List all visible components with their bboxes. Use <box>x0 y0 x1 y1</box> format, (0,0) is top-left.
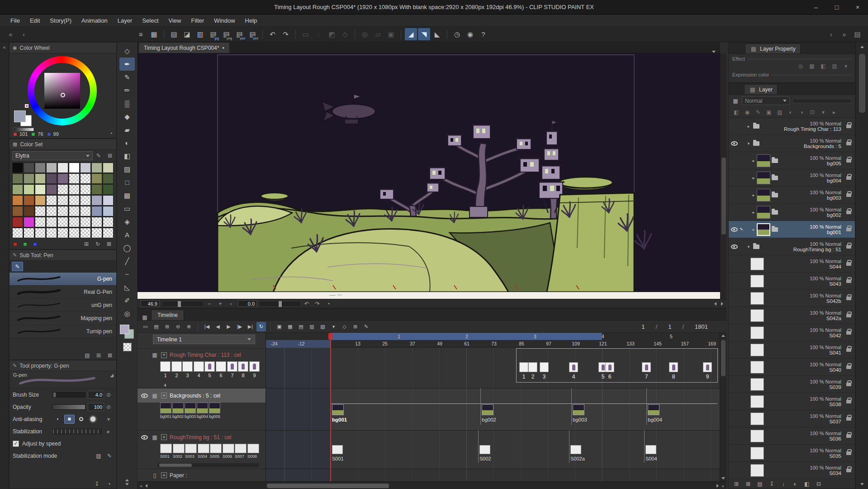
timeline-cel-number[interactable]: 1 <box>519 374 528 380</box>
close-button[interactable]: × <box>847 0 868 14</box>
color-swatch[interactable] <box>46 206 57 216</box>
layer-row-bg002[interactable]: ▸100 % Normalbg002 <box>729 204 855 221</box>
subtool-item-real-g-pen[interactable]: Real G-Pen <box>9 286 116 299</box>
lock-icon[interactable] <box>846 383 851 386</box>
color-swatch[interactable] <box>103 163 114 173</box>
scroll-end-icon[interactable]: » <box>721 483 724 489</box>
timeline-cel-thumbnail[interactable] <box>703 362 712 372</box>
layer-expand-arrow[interactable]: ▸ <box>745 124 752 129</box>
layer-row-s044[interactable]: 100 % NormalS044 <box>729 255 855 273</box>
layer-thumbnail[interactable] <box>750 292 764 305</box>
strip-cel-thumbnail[interactable] <box>160 361 171 372</box>
strip-cel-thumbnail[interactable] <box>194 361 204 372</box>
timeline-ruler-frames[interactable]: -24-121325374961738597109121133145157169 <box>266 340 720 348</box>
color-swatch[interactable] <box>69 173 80 184</box>
document-tab[interactable]: Timing Layout Rough CSP004* ● <box>138 42 230 53</box>
strip-cel-thumbnail[interactable] <box>227 361 237 372</box>
stabilization-expand-icon[interactable]: ▸ <box>104 428 113 435</box>
layer-thumbnail[interactable] <box>750 275 764 288</box>
layer-row-backgrounds-5[interactable]: ▾100 % NormalBackgrounds : 5 <box>729 135 855 152</box>
layer-expand-arrow[interactable]: ▸ <box>750 210 757 215</box>
transfer-to-lower-icon[interactable]: ↧ <box>768 481 775 487</box>
transparent-color-swatch[interactable] <box>123 343 132 351</box>
prev-frame-button[interactable]: ◀ <box>213 322 223 331</box>
layer-expand-arrow[interactable]: ▾ <box>745 141 752 146</box>
strip-cel-thumbnail[interactable] <box>160 444 172 453</box>
timeline-cel-thumbnail[interactable] <box>642 362 651 372</box>
scroll-left-icon[interactable] <box>145 484 147 488</box>
timeline-cel-thumbnail[interactable] <box>648 404 659 415</box>
edit-color-set-icon[interactable]: ✎ <box>95 153 102 158</box>
new-layer-folder-icon[interactable]: ▤ <box>756 481 764 487</box>
playhead[interactable] <box>330 333 331 481</box>
clip-to-layer-below-icon[interactable]: ◧ <box>733 110 740 115</box>
loop-playback-button[interactable]: ↻ <box>256 322 266 331</box>
pencil-tool[interactable]: ✎ <box>119 71 135 84</box>
anti-aliasing-strong-button[interactable] <box>88 415 98 424</box>
color-swatch[interactable] <box>12 228 23 238</box>
right-dock-scrollbar[interactable] <box>855 42 868 489</box>
timeline-cel-thumbnail[interactable] <box>332 404 344 415</box>
value-gradient-bar[interactable] <box>13 128 34 131</box>
color-swatch[interactable] <box>46 184 57 195</box>
symmetry-icon[interactable]: ◉ <box>464 28 476 40</box>
track-expand-icon[interactable] <box>161 472 167 478</box>
timeline-cel-number[interactable]: 3 <box>540 374 549 380</box>
minimize-button[interactable]: – <box>806 0 826 14</box>
layer-more-icon[interactable]: ▸ <box>830 110 838 115</box>
timeline-vertical-scrollbar[interactable] <box>720 333 726 481</box>
strip-cel-thumbnail[interactable] <box>197 403 208 413</box>
tab-layer-property[interactable]: ▤ Layer Property <box>745 43 801 53</box>
go-to-end-button[interactable]: ▶| <box>246 322 255 331</box>
cel-boundary[interactable] <box>478 430 479 463</box>
layer-thumbnail[interactable] <box>750 447 764 460</box>
color-swatch[interactable] <box>57 228 68 238</box>
blend-mode-dropdown[interactable]: Normal <box>742 96 790 105</box>
rotate-left-button[interactable]: ↶ <box>303 301 310 307</box>
fill-tool[interactable]: ◧ <box>119 149 135 163</box>
brush-size-slider[interactable] <box>52 392 85 398</box>
color-swatch[interactable] <box>91 228 102 238</box>
subtool-item-mapping-pen[interactable]: Mapping pen <box>9 312 116 325</box>
layer-thumbnail[interactable] <box>750 412 764 425</box>
timeline-cel-number[interactable]: 6 <box>605 374 614 380</box>
color-swatch[interactable] <box>46 163 57 173</box>
timeline-cel-label[interactable]: bg003 <box>573 417 587 422</box>
layer-thumbnail[interactable] <box>750 326 764 339</box>
strip-cel-thumbnail[interactable] <box>204 361 215 372</box>
tone-effect-icon[interactable]: ▩ <box>808 63 816 69</box>
menu-item-select[interactable]: Select <box>137 15 163 26</box>
color-swatch[interactable] <box>24 228 34 238</box>
main-menu-icon[interactable]: ≡ <box>135 28 147 40</box>
tool-strip-scroll[interactable] <box>125 479 129 485</box>
color-swatch[interactable] <box>12 184 23 195</box>
layer-row-bg003[interactable]: ▸100 % Normalbg003 <box>729 187 855 204</box>
export-jpg-icon[interactable]: ▤jpg <box>207 28 219 40</box>
rotate-view-icon[interactable]: ◷ <box>451 28 463 40</box>
color-swatch[interactable] <box>69 206 80 216</box>
scroll-right-icon[interactable] <box>716 484 719 488</box>
snap-to-grid-icon[interactable]: ◣ <box>431 28 443 40</box>
cel-dropdown-icon[interactable]: ▾ <box>329 322 338 331</box>
lock-icon[interactable] <box>846 314 851 317</box>
saturation-value-square[interactable] <box>44 73 80 109</box>
ruler-tool[interactable]: ◺ <box>119 281 135 294</box>
lock-icon[interactable] <box>846 245 851 249</box>
add-color-icon[interactable]: ⊞ <box>83 241 90 247</box>
dock-collapse-icon-1[interactable]: ‹ <box>18 28 30 40</box>
menu-item-file[interactable]: File <box>5 15 25 26</box>
layer-thumbnail[interactable] <box>757 172 770 184</box>
lock-icon[interactable] <box>846 279 851 283</box>
timeline-cel-number[interactable]: 4 <box>569 374 578 380</box>
color-swatch[interactable] <box>46 217 57 227</box>
timeline-cel-thumbnail[interactable] <box>605 362 614 372</box>
batch-specify-icon[interactable]: ▤ <box>296 322 306 331</box>
tab-timeline[interactable]: Timeline <box>151 310 184 320</box>
reselect-icon[interactable]: ◌ <box>313 28 325 40</box>
timeline-cel-icon[interactable]: ⊞ <box>162 322 172 331</box>
layer-row-s043[interactable]: 100 % NormalS043 <box>729 273 855 290</box>
menu-item-filter[interactable]: Filter <box>186 15 209 26</box>
canvas-artwork[interactable] <box>138 53 720 299</box>
timeline-cel-label[interactable]: S001 <box>332 456 344 461</box>
panel-collapse-right-icon[interactable]: » <box>838 28 850 40</box>
